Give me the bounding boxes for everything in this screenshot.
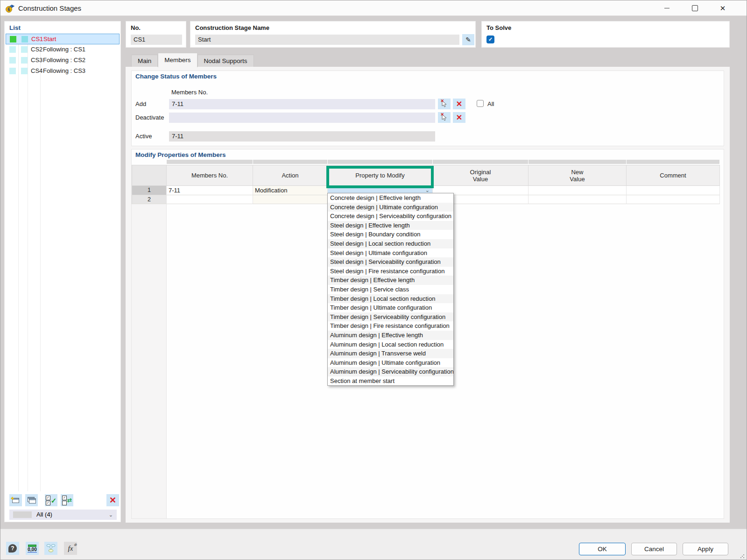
dropdown-option[interactable]: Aluminum design | Ultimate configuration (328, 358, 453, 368)
stage-state-square (10, 36, 16, 43)
column-header-original-value[interactable]: Original Value (433, 165, 529, 186)
app-icon: 6 (6, 4, 14, 13)
dropdown-option[interactable]: Aluminum design | Effective length (328, 331, 453, 340)
invert-check-button[interactable]: ✓ ⇄ (61, 494, 73, 506)
dropdown-option[interactable]: Timber design | Effective length (328, 276, 453, 285)
dropdown-option[interactable]: Concrete design | Serviceability configu… (328, 212, 453, 221)
decimal-places-button[interactable]: 0,00 (26, 542, 39, 555)
check-all-icon: ✓✓ ✓ (46, 496, 57, 505)
cancel-button[interactable]: Cancel (631, 543, 677, 555)
new-window-icon: ✦ (12, 498, 19, 503)
dropdown-option[interactable]: Timber design | Local section reduction (328, 294, 453, 304)
column-header-action[interactable]: Action (253, 165, 328, 186)
diagram-button[interactable] (44, 542, 57, 555)
minimize-button[interactable] (656, 0, 677, 15)
stage-id: CS2 (31, 46, 42, 53)
copy-stage-button[interactable] (25, 494, 38, 506)
formula-button[interactable]: fx⊕ (64, 542, 77, 555)
new-value-cell[interactable] (529, 186, 627, 195)
dropdown-option[interactable]: Timber design | Service class (328, 285, 453, 294)
all-checkbox[interactable] (477, 100, 484, 107)
add-members-input[interactable]: 7-11 (169, 99, 435, 109)
dropdown-option[interactable]: Steel design | Serviceability configurat… (328, 257, 453, 267)
list-column-divider (18, 34, 19, 491)
delete-stage-button[interactable]: ✕ (106, 494, 119, 506)
stage-no-card: No. CS1 (126, 21, 186, 48)
ok-button[interactable]: OK (579, 543, 626, 555)
change-status-title: Change Status of Members (135, 73, 217, 80)
dropdown-option[interactable]: Timber design | Fire resistance configur… (328, 321, 453, 331)
comment-cell[interactable] (627, 186, 720, 195)
check-all-button[interactable]: ✓✓ ✓ (45, 494, 57, 506)
help-icon: ? (8, 544, 17, 553)
select-pointer-icon: ✕ (441, 100, 448, 108)
maximize-button[interactable] (684, 0, 705, 15)
list-toolbar: ✦ ✓✓ ✓ ✓ ⇄ ✕ (5, 494, 120, 506)
tab-nodal-supports[interactable]: Nodal Supports (197, 55, 254, 67)
dropdown-option[interactable]: Timber design | Serviceability configura… (328, 312, 453, 322)
stage-id: CS1 (31, 35, 43, 43)
tab-members[interactable]: Members (158, 53, 197, 67)
filter-swatch (13, 511, 32, 518)
column-header-comment[interactable]: Comment (627, 165, 720, 186)
action-cell[interactable]: Modification (253, 186, 328, 195)
add-pick-button[interactable]: ✕ (438, 99, 451, 109)
ruler-icon (28, 545, 36, 547)
dropdown-option[interactable]: Steel design | Boundary condition (328, 230, 453, 239)
stage-name-input[interactable]: Start (195, 35, 459, 45)
dropdown-option[interactable]: Steel design | Fire resistance configura… (328, 267, 453, 276)
dropdown-option[interactable]: Steel design | Ultimate configuration (328, 248, 453, 258)
deactivate-clear-button[interactable]: ✕ (453, 112, 465, 123)
dropdown-option[interactable]: Section at member start (328, 376, 453, 386)
stage-id: CS3 (31, 57, 42, 64)
list-item-cs2[interactable]: CS2Following : CS1 (6, 44, 120, 55)
close-button[interactable]: ✕ (712, 0, 733, 15)
pencil-icon: ✎ (465, 36, 471, 43)
members-no-cell[interactable]: 7-11 (167, 186, 253, 195)
to-solve-checkbox[interactable]: ✓ (486, 35, 494, 43)
deactivate-pick-button[interactable]: ✕ (438, 112, 451, 123)
dropdown-option[interactable]: Aluminum design | Local section reductio… (328, 340, 453, 349)
new-stage-button[interactable]: ✦ (9, 494, 22, 506)
dropdown-option[interactable]: Steel design | Effective length (328, 221, 453, 230)
stage-list: CS1StartCS2Following : CS1CS3Following :… (6, 34, 120, 77)
dropdown-option[interactable]: Steel design | Local section reduction (328, 239, 453, 248)
dropdown-option[interactable]: Aluminum design | Transverse weld (328, 349, 453, 358)
members-no-cell[interactable] (167, 195, 253, 205)
add-label: Add (135, 100, 146, 107)
active-members-field: 7-11 (169, 131, 435, 142)
help-button[interactable]: ? (6, 542, 19, 555)
table-top-strip (132, 160, 720, 165)
add-clear-button[interactable]: ✕ (453, 99, 465, 109)
deactivate-label: Deactivate (135, 114, 164, 121)
deactivate-members-input[interactable] (169, 113, 435, 123)
row-number-column-extension (132, 204, 167, 518)
list-item-cs4[interactable]: CS4Following : CS3 (6, 66, 120, 77)
svg-text:6: 6 (7, 7, 10, 12)
list-filter-select[interactable]: All (4) ⌄ (9, 510, 117, 520)
row-number-header (132, 165, 167, 186)
dropdown-option[interactable]: Timber design | Ultimate configuration (328, 303, 453, 312)
column-header-new-value[interactable]: New Value (529, 165, 627, 186)
dropdown-option[interactable]: Aluminum design | Serviceability configu… (328, 367, 453, 376)
new-value-cell[interactable] (529, 195, 627, 205)
tab-main[interactable]: Main (131, 55, 158, 67)
list-item-cs3[interactable]: CS3Following : CS2 (6, 55, 120, 66)
stage-desc: Following : CS1 (43, 46, 85, 53)
comment-cell[interactable] (627, 195, 720, 205)
tree-diagram-icon (46, 544, 56, 553)
row-number-cell[interactable]: 1 (132, 186, 167, 195)
column-header-members-no-[interactable]: Members No. (167, 165, 253, 186)
chevron-down-icon: ⌄ (109, 510, 113, 520)
stage-state-square (21, 57, 28, 64)
property-to-modify-dropdown: Concrete design | Effective lengthConcre… (327, 193, 454, 386)
stage-state-square (9, 57, 16, 64)
row-number-cell[interactable]: 2 (132, 195, 167, 205)
action-cell[interactable] (253, 195, 328, 205)
list-item-cs1[interactable]: CS1Start (6, 34, 120, 44)
rename-button[interactable]: ✎ (462, 34, 474, 45)
resize-grip[interactable] (740, 554, 745, 559)
dropdown-option[interactable]: Concrete design | Ultimate configuration (328, 203, 453, 212)
apply-button[interactable]: Apply (683, 543, 728, 555)
dropdown-option[interactable]: Concrete design | Effective length (328, 193, 453, 203)
